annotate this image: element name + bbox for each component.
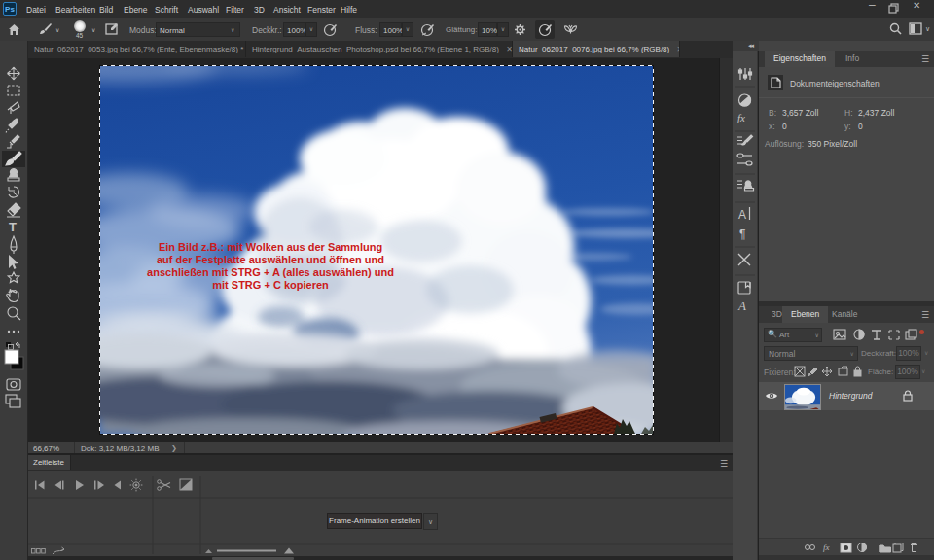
svg-text:¶: ¶ [739, 228, 745, 241]
svg-text:T: T [9, 220, 17, 234]
svg-text:mit STRG + C kopieren: mit STRG + C kopieren [212, 279, 329, 291]
svg-text:fx: fx [737, 112, 745, 123]
svg-text:fx: fx [823, 542, 830, 552]
svg-text:anschließen mit STRG + A (alle: anschließen mit STRG + A (alles auswähle… [147, 266, 394, 278]
svg-text:A: A [737, 298, 746, 313]
svg-text:Ein Bild z.B.: mit Wolken aus: Ein Bild z.B.: mit Wolken aus der Sammlu… [159, 241, 382, 253]
svg-text:A: A [738, 208, 746, 222]
svg-text:auf der Festplatte auswählen u: auf der Festplatte auswählen und öffnen … [157, 254, 384, 265]
